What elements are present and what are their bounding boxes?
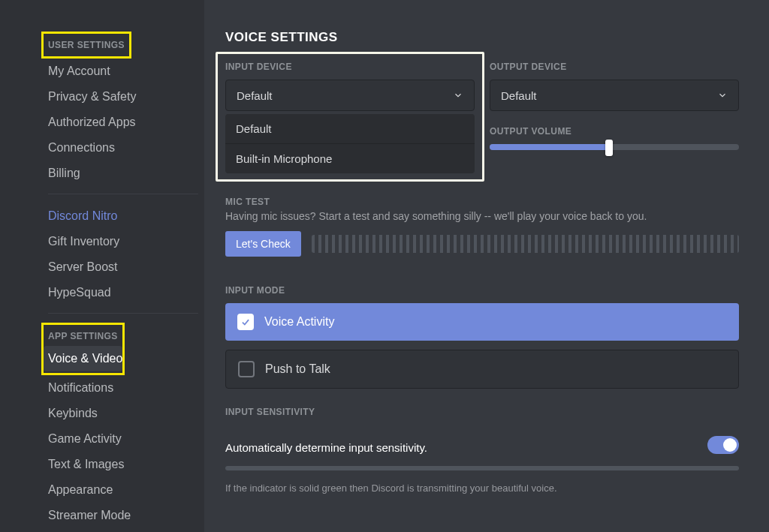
- page-title: VOICE SETTINGS: [225, 30, 739, 45]
- sidebar-item-privacy-safety[interactable]: Privacy & Safety: [48, 84, 198, 110]
- sidebar-item-appearance[interactable]: Appearance: [48, 477, 198, 503]
- sidebar-item-gift-inventory[interactable]: Gift Inventory: [48, 229, 198, 254]
- settings-sidebar: USER SETTINGS My Account Privacy & Safet…: [0, 0, 204, 532]
- mic-test-section: MIC TEST Having mic issues? Start a test…: [225, 197, 739, 257]
- sidebar-item-notifications[interactable]: Notifications: [48, 375, 198, 401]
- sidebar-item-streamer-mode[interactable]: Streamer Mode: [48, 503, 198, 528]
- mic-test-button[interactable]: Let's Check: [225, 231, 301, 257]
- app-settings-header: APP SETTINGS: [48, 326, 118, 346]
- auto-sensitivity-toggle[interactable]: [707, 436, 739, 454]
- checkbox-checked-icon: [237, 314, 254, 330]
- sidebar-item-hypesquad[interactable]: HypeSquad: [48, 280, 198, 305]
- mic-test-meter: [312, 235, 739, 253]
- mic-test-help: Having mic issues? Start a test and say …: [225, 210, 739, 222]
- auto-sensitivity-label: Automatically determine input sensitivit…: [225, 441, 427, 454]
- user-settings-header-highlight: USER SETTINGS: [41, 32, 131, 59]
- input-device-highlight: INPUT DEVICE Default Default Built-in Mi…: [216, 52, 484, 182]
- sidebar-item-game-activity[interactable]: Game Activity: [48, 426, 198, 452]
- sidebar-item-server-boost[interactable]: Server Boost: [48, 254, 198, 280]
- output-volume-label: OUTPUT VOLUME: [490, 126, 739, 137]
- mic-test-label: MIC TEST: [225, 197, 739, 207]
- input-device-option-default[interactable]: Default: [225, 114, 475, 143]
- input-sensitivity-label: INPUT SENSITIVITY: [225, 407, 739, 417]
- input-device-dropdown: Default Built-in Microphone: [225, 114, 475, 173]
- sidebar-item-keybinds[interactable]: Keybinds: [48, 401, 198, 426]
- input-mode-label: INPUT MODE: [225, 285, 739, 296]
- sidebar-item-connections[interactable]: Connections: [48, 135, 198, 161]
- user-settings-header: USER SETTINGS: [48, 35, 125, 55]
- sidebar-divider: [48, 194, 198, 194]
- voice-activity-label: Voice Activity: [264, 315, 334, 329]
- sidebar-item-discord-nitro[interactable]: Discord Nitro: [48, 203, 198, 229]
- sidebar-item-authorized-apps[interactable]: Authorized Apps: [48, 110, 198, 135]
- output-device-select[interactable]: Default: [490, 80, 739, 111]
- sidebar-divider: [48, 313, 198, 314]
- output-volume-fill: [490, 144, 609, 150]
- sidebar-item-voice-video[interactable]: Voice & Video: [44, 346, 122, 371]
- input-device-select[interactable]: Default: [225, 80, 475, 111]
- chevron-down-icon: [717, 90, 728, 101]
- input-mode-section: INPUT MODE Voice Activity Push to Talk: [225, 285, 739, 389]
- chevron-down-icon: [453, 90, 463, 101]
- sensitivity-indicator: [225, 466, 739, 470]
- checkbox-unchecked-icon: [238, 361, 255, 377]
- sidebar-item-text-images[interactable]: Text & Images: [48, 452, 198, 477]
- sidebar-item-billing[interactable]: Billing: [48, 161, 198, 186]
- input-mode-push-to-talk[interactable]: Push to Talk: [225, 350, 739, 389]
- output-device-label: OUTPUT DEVICE: [490, 62, 739, 72]
- output-volume-thumb[interactable]: [605, 140, 613, 156]
- sensitivity-help: If the indicator is solid green then Dis…: [225, 482, 739, 494]
- input-device-option-builtin-mic[interactable]: Built-in Microphone: [225, 143, 475, 173]
- output-volume-slider[interactable]: [490, 144, 739, 150]
- toggle-knob: [723, 438, 737, 452]
- input-mode-voice-activity[interactable]: Voice Activity: [225, 303, 739, 341]
- sidebar-item-my-account[interactable]: My Account: [48, 59, 198, 84]
- input-device-label: INPUT DEVICE: [225, 62, 475, 72]
- push-to-talk-label: Push to Talk: [265, 362, 330, 376]
- input-device-selected: Default: [237, 89, 273, 102]
- main-content: VOICE SETTINGS INPUT DEVICE Default Defa…: [204, 0, 769, 532]
- output-device-selected: Default: [501, 89, 537, 102]
- app-settings-highlight: APP SETTINGS Voice & Video: [41, 323, 125, 375]
